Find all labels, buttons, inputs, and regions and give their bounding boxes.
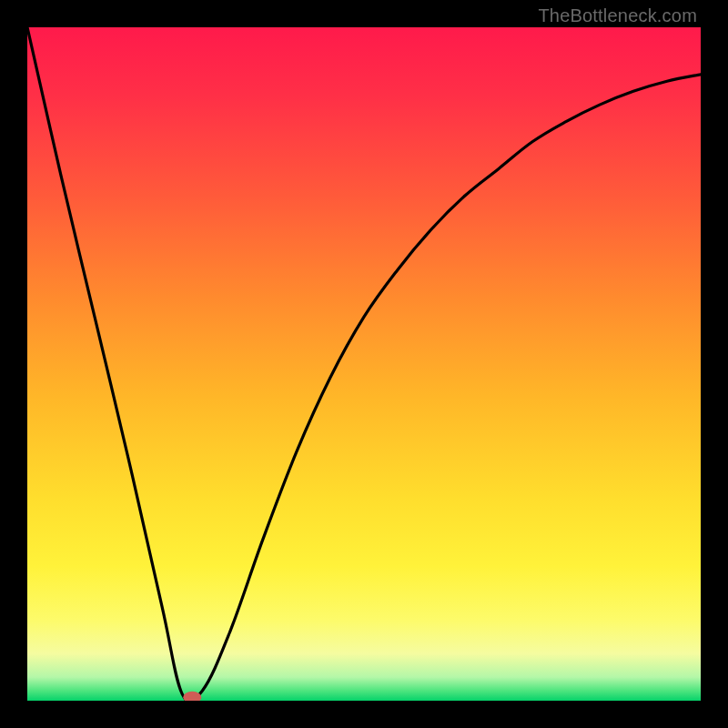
- plot-area: [27, 27, 701, 701]
- minimum-marker: [183, 692, 201, 701]
- curve-layer: [27, 27, 701, 701]
- chart-frame: TheBottleneck.com: [0, 0, 728, 728]
- bottleneck-curve-path: [27, 27, 701, 701]
- watermark-text: TheBottleneck.com: [538, 5, 697, 26]
